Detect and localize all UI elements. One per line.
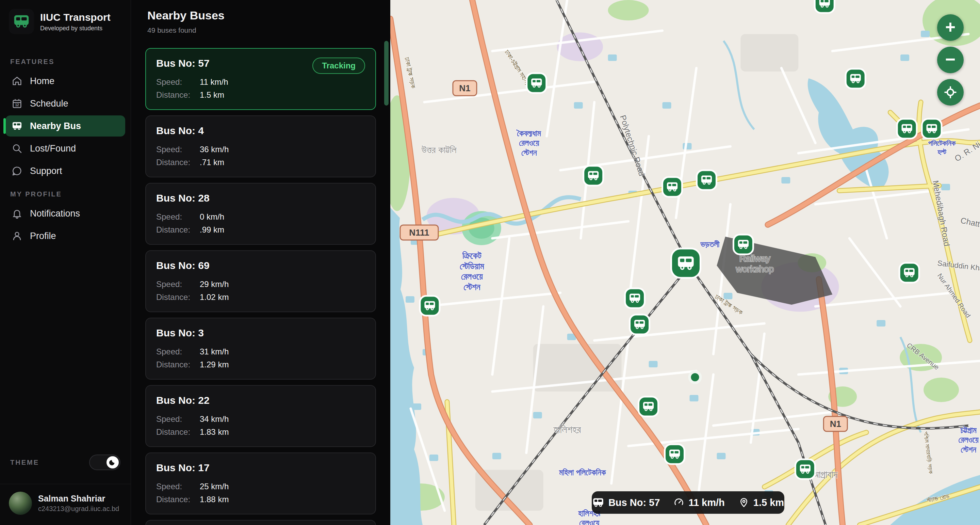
sidebar-item-support[interactable]: Support [5, 160, 125, 182]
svg-text:N1: N1 [830, 419, 841, 429]
bus-card[interactable]: Bus No: 57TrackingSpeed:11 km/hDistance:… [145, 48, 376, 110]
sidebar-item-label: Lost/Found [30, 143, 76, 154]
sidebar-item-nearby-bus[interactable]: Nearby Bus [5, 115, 125, 137]
map-road-shield: N1 [453, 81, 477, 96]
bus-logo-icon [13, 13, 30, 30]
moon-icon [109, 459, 116, 466]
bus-map-marker[interactable] [625, 288, 645, 308]
map-park-area [608, 0, 649, 21]
bus-card[interactable]: Bus No: 22Speed:34 km/hDistance:1.83 km [145, 385, 376, 447]
bus-map-marker[interactable] [630, 314, 649, 334]
app-logo [9, 9, 34, 34]
search-icon [11, 143, 22, 154]
sidebar-item-profile[interactable]: Profile [5, 225, 125, 246]
bus-map-marker[interactable] [671, 249, 701, 278]
locate-button[interactable] [937, 79, 964, 105]
sidebar-sections: FEATURESHome12ScheduleNearby BusLost/Fou… [0, 49, 130, 248]
bus-map-marker[interactable] [420, 296, 440, 316]
distance-label: Distance: [156, 158, 200, 167]
distance-label: Distance: [156, 292, 200, 302]
bus-map-marker[interactable] [815, 0, 834, 13]
map-pond [430, 455, 438, 461]
bus-card[interactable]: Bus No: 3Speed:31 km/hDistance:1.29 km [145, 318, 376, 380]
map-pond [492, 453, 501, 459]
svg-text:N111: N111 [409, 227, 429, 238]
info-distance: 1.5 km [753, 497, 784, 508]
distance-label: Distance: [156, 90, 200, 100]
bus-map-marker[interactable] [665, 444, 685, 464]
map-park-area [924, 378, 959, 402]
svg-text:12: 12 [15, 103, 19, 107]
tracking-badge: Tracking [312, 57, 365, 74]
bus-map-marker[interactable] [922, 119, 942, 139]
avatar [9, 491, 32, 515]
scrollbar-thumb[interactable] [384, 41, 388, 105]
map-pond [412, 404, 421, 410]
bus-map-marker[interactable] [846, 69, 865, 89]
map-pond [921, 30, 930, 37]
distance-value: 1.83 km [200, 427, 229, 437]
speed-value: 29 km/h [200, 279, 229, 289]
calendar-icon: 12 [11, 98, 22, 109]
app-subtitle: Developed by students [40, 25, 111, 32]
map-label: ভড়তলী [700, 240, 720, 249]
plus-icon: + [945, 18, 956, 36]
home-icon [11, 76, 22, 86]
bus-map-marker[interactable] [697, 170, 716, 190]
distance-label: Distance: [156, 225, 200, 235]
map-pond [649, 361, 658, 367]
sidebar-item-home[interactable]: Home [5, 70, 125, 92]
zoom-out-button[interactable]: − [937, 47, 964, 73]
bus-map-marker[interactable] [795, 459, 815, 479]
bus-card-list: Bus No: 57TrackingSpeed:11 km/hDistance:… [145, 48, 376, 525]
bus-number: Bus No: 69 [156, 260, 365, 271]
speed-value: 31 km/h [200, 347, 229, 356]
bus-map-marker[interactable] [584, 166, 603, 185]
map-builtup-area [740, 34, 798, 72]
map-label: উত্তর কাট্টলি [421, 145, 457, 155]
speed-value: 34 km/h [200, 414, 229, 424]
bus-card[interactable]: Bus No: 69Speed:29 km/hDistance:1.02 km [145, 250, 376, 312]
bus-map-marker[interactable] [639, 397, 659, 416]
bus-map-marker[interactable] [897, 119, 917, 139]
section-label: MY PROFILE [0, 190, 130, 198]
bus-count: 49 buses found [147, 26, 376, 34]
speed-value: 11 km/h [200, 77, 228, 87]
sidebar-item-schedule[interactable]: 12Schedule [5, 93, 125, 114]
minus-icon: − [945, 50, 956, 68]
theme-label: THEME [10, 459, 39, 466]
map-pond [877, 320, 885, 327]
map-road-shield: N111 [400, 225, 438, 240]
bus-card[interactable]: Bus No: 4Speed:36 km/hDistance:.71 km [145, 115, 376, 177]
map-pond [662, 102, 671, 109]
user-icon [11, 230, 22, 241]
map-road-shield: N1 [824, 416, 847, 431]
bus-card-partial[interactable] [145, 520, 376, 525]
map-pond [406, 296, 414, 303]
bus-card[interactable]: Bus No: 28Speed:0 km/hDistance:.99 km [145, 183, 376, 245]
distance-value: .99 km [200, 225, 224, 235]
distance-label: Distance: [156, 360, 200, 369]
speed-label: Speed: [156, 212, 200, 222]
map-pond [781, 177, 790, 184]
zoom-in-button[interactable]: + [937, 14, 964, 41]
app-brand: IIUC Transport Developed by students [0, 9, 130, 34]
app-title: IIUC Transport [40, 11, 111, 24]
bus-card[interactable]: Bus No: 17Speed:25 km/hDistance:1.88 km [145, 453, 376, 514]
bus-map-marker[interactable] [662, 177, 682, 197]
sidebar-item-lost-found[interactable]: Lost/Found [5, 138, 125, 159]
user-profile[interactable]: Salman Shahriar c243213@ugrad.iiuc.ac.bd [0, 484, 130, 515]
sidebar-item-notifications[interactable]: Notifications [5, 203, 125, 224]
map-view[interactable]: N1N111N1উত্তর কাট্টলিকৈবল্যধামরেলওয়েস্ট… [390, 0, 980, 525]
bus-icon [11, 121, 22, 131]
theme-toggle[interactable] [89, 455, 121, 470]
distance-label: Distance: [156, 495, 200, 504]
bus-map-marker[interactable] [899, 263, 919, 282]
bus-number: Bus No: 3 [156, 327, 365, 339]
sidebar-item-label: Nearby Bus [30, 121, 81, 131]
bus-map-marker[interactable] [733, 235, 753, 254]
bus-map-marker[interactable] [527, 73, 546, 93]
map-label: হালিশহর [553, 424, 581, 435]
speedometer-icon [673, 497, 684, 508]
info-bus-number: Bus No: 57 [608, 497, 660, 508]
